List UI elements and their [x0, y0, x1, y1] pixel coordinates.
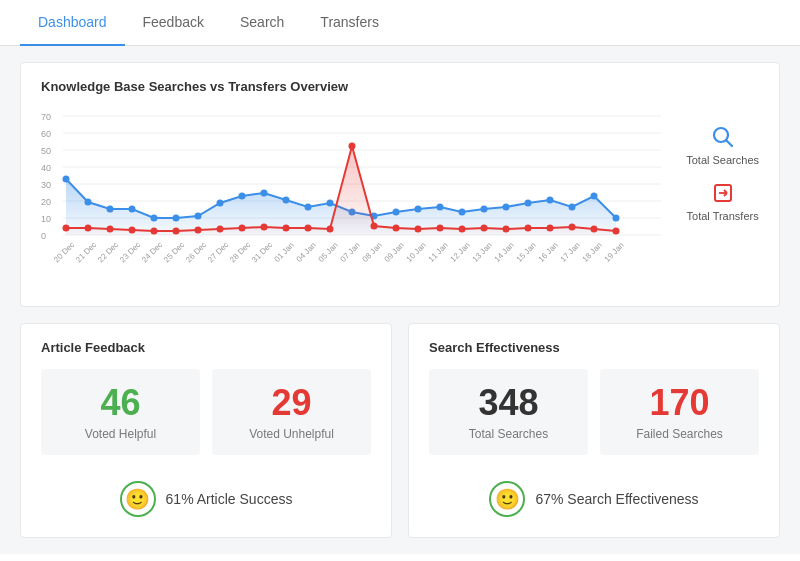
svg-point-34: [437, 204, 444, 211]
tab-transfers[interactable]: Transfers: [302, 0, 397, 46]
chart-area: 70 60 50 40 30 20 10 0: [41, 106, 759, 290]
svg-text:70: 70: [41, 112, 51, 122]
app-container: Dashboard Feedback Search Transfers Know…: [0, 0, 800, 561]
legend-total-searches-label: Total Searches: [686, 154, 759, 166]
svg-text:27 Dec: 27 Dec: [206, 240, 230, 264]
svg-text:20: 20: [41, 197, 51, 207]
svg-point-55: [305, 225, 312, 232]
svg-point-19: [107, 206, 114, 213]
svg-point-33: [415, 206, 422, 213]
chart-svg-wrap: 70 60 50 40 30 20 10 0: [41, 106, 670, 290]
svg-point-24: [217, 200, 224, 207]
svg-text:24 Dec: 24 Dec: [140, 240, 164, 264]
svg-point-20: [129, 206, 136, 213]
article-feedback-panel: Article Feedback 46 Voted Helpful 29 Vot…: [20, 323, 392, 538]
svg-point-47: [129, 227, 136, 234]
svg-text:17 Jan: 17 Jan: [559, 241, 582, 264]
svg-point-62: [459, 226, 466, 233]
svg-text:19 Jan: 19 Jan: [603, 241, 626, 264]
legend-total-transfers-label: Total Transfers: [687, 210, 759, 222]
svg-text:21 Dec: 21 Dec: [74, 240, 98, 264]
search-effectiveness-label: Search Effectiveness: [567, 491, 698, 507]
tab-search[interactable]: Search: [222, 0, 302, 46]
svg-point-18: [85, 199, 92, 206]
svg-point-23: [195, 213, 202, 220]
svg-text:0: 0: [41, 231, 46, 241]
svg-text:15 Jan: 15 Jan: [515, 241, 538, 264]
svg-text:60: 60: [41, 129, 51, 139]
article-success-row: 🙂 61% Article Success: [41, 471, 371, 521]
failed-searches-number: 170: [610, 383, 749, 423]
svg-point-44: [63, 225, 70, 232]
total-searches-box: 348 Total Searches: [429, 369, 588, 455]
svg-point-60: [415, 226, 422, 233]
panels-row: Article Feedback 46 Voted Helpful 29 Vot…: [20, 323, 780, 538]
svg-point-22: [173, 215, 180, 222]
svg-point-63: [481, 225, 488, 232]
svg-text:31 Dec: 31 Dec: [250, 240, 274, 264]
voted-unhelpful-box: 29 Voted Unhelpful: [212, 369, 371, 455]
svg-text:50: 50: [41, 146, 51, 156]
svg-text:08 Jan: 08 Jan: [361, 241, 384, 264]
tabs-bar: Dashboard Feedback Search Transfers: [0, 0, 800, 46]
svg-point-64: [503, 226, 510, 233]
search-effectiveness-row: 🙂 67% Search Effectiveness: [429, 471, 759, 521]
svg-point-32: [393, 209, 400, 216]
svg-point-35: [459, 209, 466, 216]
failed-searches-box: 170 Failed Searches: [600, 369, 759, 455]
svg-text:04 Jan: 04 Jan: [295, 241, 318, 264]
svg-point-17: [63, 176, 70, 183]
chart-svg: 70 60 50 40 30 20 10 0: [41, 106, 661, 286]
svg-point-46: [107, 226, 114, 233]
svg-point-38: [525, 200, 532, 207]
search-effectiveness-stats: 348 Total Searches 170 Failed Searches: [429, 369, 759, 455]
article-smiley-icon: 🙂: [120, 481, 156, 517]
search-smiley-icon: 🙂: [489, 481, 525, 517]
voted-unhelpful-label: Voted Unhelpful: [222, 427, 361, 441]
svg-text:16 Jan: 16 Jan: [537, 241, 560, 264]
svg-point-37: [503, 204, 510, 211]
tab-dashboard[interactable]: Dashboard: [20, 0, 125, 46]
svg-text:05 Jan: 05 Jan: [317, 241, 340, 264]
legend-total-searches: Total Searches: [686, 126, 759, 166]
search-effectiveness-percent: 67%: [535, 491, 563, 507]
chart-title: Knowledge Base Searches vs Transfers Ove…: [41, 79, 759, 94]
svg-point-58: [371, 223, 378, 230]
search-effectiveness-title: Search Effectiveness: [429, 340, 759, 355]
svg-point-68: [591, 226, 598, 233]
svg-point-25: [239, 193, 246, 200]
total-searches-number: 348: [439, 383, 578, 423]
search-effectiveness-text: 67% Search Effectiveness: [535, 491, 698, 507]
svg-point-67: [569, 224, 576, 231]
legend-total-transfers: Total Transfers: [686, 182, 759, 222]
svg-text:28 Dec: 28 Dec: [228, 240, 252, 264]
svg-point-28: [305, 204, 312, 211]
svg-point-52: [239, 225, 246, 232]
svg-point-45: [85, 225, 92, 232]
svg-point-59: [393, 225, 400, 232]
article-feedback-title: Article Feedback: [41, 340, 371, 355]
svg-point-21: [151, 215, 158, 222]
article-success-label: Article Success: [197, 491, 293, 507]
chart-legend: Total Searches Total Transfers: [670, 106, 759, 222]
svg-point-26: [261, 190, 268, 197]
svg-text:01 Jan: 01 Jan: [273, 241, 296, 264]
voted-helpful-number: 46: [51, 383, 190, 423]
tab-feedback[interactable]: Feedback: [125, 0, 222, 46]
svg-point-40: [569, 204, 576, 211]
svg-point-27: [283, 197, 290, 204]
svg-point-50: [195, 227, 202, 234]
svg-text:11 Jan: 11 Jan: [427, 241, 450, 264]
svg-point-51: [217, 226, 224, 233]
svg-point-48: [151, 228, 158, 235]
svg-line-97: [726, 141, 732, 147]
chart-card: Knowledge Base Searches vs Transfers Ove…: [20, 62, 780, 307]
svg-text:40: 40: [41, 163, 51, 173]
svg-point-57: [349, 143, 356, 150]
svg-point-42: [613, 215, 620, 222]
svg-text:22 Dec: 22 Dec: [96, 240, 120, 264]
svg-point-29: [327, 200, 334, 207]
svg-point-41: [591, 193, 598, 200]
svg-text:30: 30: [41, 180, 51, 190]
failed-searches-label: Failed Searches: [610, 427, 749, 441]
